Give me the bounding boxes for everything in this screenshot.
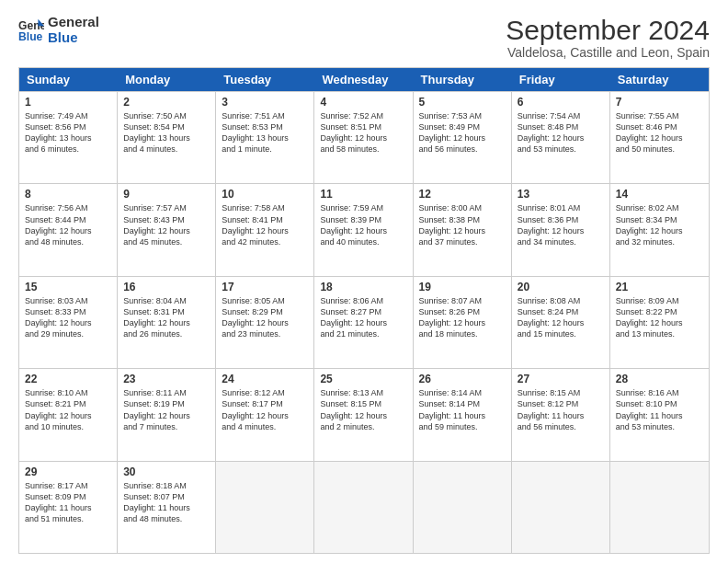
- cell-line: Sunset: 8:21 PM: [25, 398, 111, 409]
- calendar-cell: 29Sunrise: 8:17 AMSunset: 8:09 PMDayligh…: [19, 462, 118, 553]
- cell-line: and 37 minutes.: [419, 236, 506, 247]
- cell-line: and 18 minutes.: [419, 328, 506, 339]
- cell-line: and 21 minutes.: [320, 328, 406, 339]
- calendar-cell: 4Sunrise: 7:52 AMSunset: 8:51 PMDaylight…: [314, 92, 413, 183]
- calendar-cell: 15Sunrise: 8:03 AMSunset: 8:33 PMDayligh…: [19, 277, 118, 368]
- cell-line: Daylight: 12 hours: [123, 410, 210, 421]
- cell-line: and 53 minutes.: [616, 421, 703, 432]
- cell-line: Daylight: 12 hours: [123, 225, 210, 236]
- cell-line: Sunrise: 8:14 AM: [419, 387, 506, 398]
- cell-line: Sunrise: 8:02 AM: [616, 202, 703, 213]
- day-number: 11: [320, 188, 406, 201]
- svg-text:Blue: Blue: [18, 30, 43, 43]
- cell-line: Sunset: 8:26 PM: [419, 306, 506, 317]
- cell-line: and 58 minutes.: [320, 144, 406, 155]
- cell-line: Daylight: 11 hours: [123, 502, 210, 513]
- calendar-cell: 7Sunrise: 7:55 AMSunset: 8:46 PMDaylight…: [610, 92, 709, 183]
- cell-line: Sunset: 8:39 PM: [320, 214, 406, 225]
- cell-line: Daylight: 12 hours: [419, 132, 506, 144]
- cell-line: Sunrise: 8:18 AM: [123, 480, 210, 491]
- cell-line: Sunset: 8:36 PM: [518, 214, 604, 225]
- cell-line: Sunset: 8:38 PM: [419, 214, 506, 225]
- day-number: 2: [123, 96, 210, 109]
- cell-line: Sunrise: 8:09 AM: [616, 295, 703, 306]
- cell-line: Sunrise: 8:16 AM: [616, 387, 703, 398]
- cell-line: and 48 minutes.: [123, 513, 210, 524]
- cell-line: and 56 minutes.: [518, 421, 604, 432]
- cell-line: Sunrise: 7:50 AM: [123, 110, 210, 121]
- cell-line: and 34 minutes.: [518, 236, 604, 247]
- cell-line: Sunset: 8:41 PM: [222, 214, 308, 225]
- day-number: 21: [616, 281, 703, 293]
- cell-line: Sunrise: 7:56 AM: [25, 202, 111, 213]
- calendar-cell: 21Sunrise: 8:09 AMSunset: 8:22 PMDayligh…: [610, 277, 709, 368]
- cell-line: and 56 minutes.: [419, 144, 506, 155]
- calendar-cell: [414, 462, 512, 553]
- cell-line: Daylight: 12 hours: [320, 317, 406, 328]
- calendar-cell: 6Sunrise: 7:54 AMSunset: 8:48 PMDaylight…: [512, 92, 610, 183]
- cell-line: Sunset: 8:29 PM: [222, 306, 308, 317]
- cell-line: Daylight: 12 hours: [123, 317, 210, 328]
- cell-line: Sunrise: 7:49 AM: [25, 110, 111, 121]
- day-number: 10: [222, 188, 308, 201]
- cell-line: Sunset: 8:53 PM: [222, 121, 308, 132]
- day-number: 30: [123, 465, 210, 478]
- calendar-day-header: Saturday: [610, 68, 709, 91]
- calendar-cell: 10Sunrise: 7:58 AMSunset: 8:41 PMDayligh…: [216, 184, 314, 275]
- day-number: 19: [419, 281, 506, 293]
- day-number: 12: [419, 188, 506, 201]
- cell-line: Daylight: 11 hours: [518, 410, 604, 421]
- page: General Blue General Blue September 2024…: [0, 0, 728, 563]
- cell-line: Sunset: 8:24 PM: [518, 306, 604, 317]
- calendar-cell: [216, 462, 314, 553]
- cell-line: Daylight: 13 hours: [25, 132, 111, 144]
- day-number: 16: [123, 281, 210, 293]
- cell-line: Sunrise: 8:01 AM: [518, 202, 604, 213]
- cell-line: Sunset: 8:34 PM: [616, 214, 703, 225]
- calendar-cell: 5Sunrise: 7:53 AMSunset: 8:49 PMDaylight…: [414, 92, 512, 183]
- calendar-row: 15Sunrise: 8:03 AMSunset: 8:33 PMDayligh…: [19, 276, 709, 368]
- cell-line: and 26 minutes.: [123, 328, 210, 339]
- logo: General Blue General Blue: [18, 15, 99, 45]
- day-number: 17: [222, 281, 308, 293]
- cell-line: Daylight: 12 hours: [419, 317, 506, 328]
- calendar-cell: 27Sunrise: 8:15 AMSunset: 8:12 PMDayligh…: [512, 369, 610, 460]
- cell-line: and 51 minutes.: [25, 513, 111, 524]
- cell-line: Sunset: 8:22 PM: [616, 306, 703, 317]
- cell-line: Sunrise: 7:55 AM: [616, 110, 703, 121]
- day-number: 20: [518, 281, 604, 293]
- calendar-cell: 8Sunrise: 7:56 AMSunset: 8:44 PMDaylight…: [19, 184, 118, 275]
- calendar-cell: 17Sunrise: 8:05 AMSunset: 8:29 PMDayligh…: [216, 277, 314, 368]
- calendar-row: 1Sunrise: 7:49 AMSunset: 8:56 PMDaylight…: [19, 91, 709, 183]
- day-number: 15: [25, 281, 111, 293]
- day-number: 9: [123, 188, 210, 201]
- cell-line: and 15 minutes.: [518, 328, 604, 339]
- cell-line: Daylight: 12 hours: [25, 225, 111, 236]
- cell-line: Daylight: 12 hours: [419, 225, 506, 236]
- logo-line1: General: [48, 15, 99, 30]
- cell-line: Sunrise: 8:05 AM: [222, 295, 308, 306]
- calendar-cell: 30Sunrise: 8:18 AMSunset: 8:07 PMDayligh…: [118, 462, 216, 553]
- calendar-cell: 3Sunrise: 7:51 AMSunset: 8:53 PMDaylight…: [216, 92, 314, 183]
- cell-line: Sunset: 8:19 PM: [123, 398, 210, 409]
- cell-line: Sunrise: 8:13 AM: [320, 387, 406, 398]
- cell-line: and 40 minutes.: [320, 236, 406, 247]
- cell-line: Sunset: 8:14 PM: [419, 398, 506, 409]
- cell-line: Sunrise: 8:06 AM: [320, 295, 406, 306]
- day-number: 25: [320, 373, 406, 385]
- calendar-cell: 28Sunrise: 8:16 AMSunset: 8:10 PMDayligh…: [610, 369, 709, 460]
- header: General Blue General Blue September 2024…: [18, 15, 710, 60]
- cell-line: Daylight: 12 hours: [518, 225, 604, 236]
- cell-line: Daylight: 11 hours: [616, 410, 703, 421]
- cell-line: Daylight: 12 hours: [320, 225, 406, 236]
- day-number: 27: [518, 373, 604, 385]
- title-block: September 2024 Valdelosa, Castille and L…: [506, 15, 710, 60]
- cell-line: Daylight: 11 hours: [25, 502, 111, 513]
- calendar-day-header: Sunday: [19, 68, 118, 91]
- calendar-cell: 1Sunrise: 7:49 AMSunset: 8:56 PMDaylight…: [19, 92, 118, 183]
- calendar-cell: 18Sunrise: 8:06 AMSunset: 8:27 PMDayligh…: [314, 277, 413, 368]
- cell-line: Daylight: 12 hours: [616, 317, 703, 328]
- cell-line: Daylight: 12 hours: [25, 410, 111, 421]
- cell-line: Sunset: 8:15 PM: [320, 398, 406, 409]
- cell-line: and 32 minutes.: [616, 236, 703, 247]
